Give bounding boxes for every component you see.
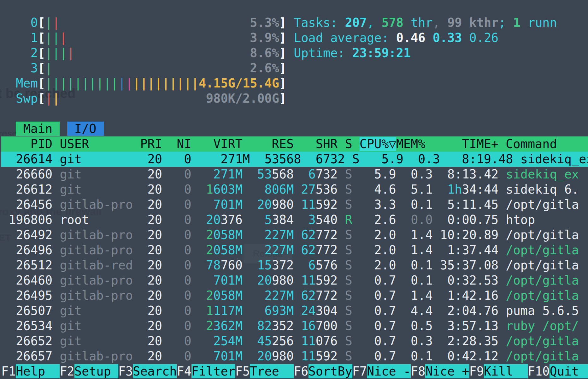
uptime_line: 23:59:21 — [352, 46, 411, 60]
fn-button-help[interactable]: Help — [16, 364, 60, 378]
cell-segment: /opt/gitla — [506, 273, 579, 287]
fn-button-search[interactable]: Search — [133, 364, 177, 378]
fn-button-setup[interactable]: Setup — [74, 364, 118, 378]
fn-button-tree[interactable]: Tree — [250, 364, 294, 378]
cell-segment: 2.0 — [360, 243, 396, 257]
cell-segment — [352, 273, 360, 287]
cell-segment — [191, 273, 214, 287]
cell-segment: 26495 — [1, 288, 60, 303]
text-segment — [286, 31, 294, 45]
cell-segment: R — [345, 213, 352, 227]
fn-key-F2: F2 — [60, 364, 74, 378]
process-row[interactable]: 26456 gitlab-pro 20 0 701M 20980 11592 S… — [1, 197, 588, 212]
cell-segment — [498, 197, 506, 212]
cell-segment: 701M — [213, 273, 243, 287]
cell-segment: sidekiq 6. — [506, 182, 579, 196]
process-row[interactable]: 26612 git 20 0 1603M 806M 27536 S 4.6 5.… — [1, 182, 588, 197]
process-row[interactable]: 26507 git 20 0 1117M 693M 24304 S 0.7 4.… — [1, 303, 588, 318]
cell-segment: 26652 — [1, 334, 60, 348]
cell-segment: 0.1 — [396, 258, 433, 272]
cell-segment — [294, 182, 301, 196]
cell-segment — [191, 334, 214, 348]
process-row[interactable]: 26460 gitlab-pro 20 0 701M 20980 11592 S… — [1, 273, 588, 288]
text-segment — [60, 15, 250, 30]
process-row[interactable]: 196806 root 20 0 20376 5384 3540 R 2.6 0… — [1, 212, 588, 227]
cell-segment: 4.4 — [396, 304, 433, 318]
process-row[interactable]: 26512 gitlab-red 20 0 78760 15372 6576 S… — [1, 258, 588, 273]
table-header[interactable]: PID USER PRI NI VIRT RES SHR S CPU%▽MEM%… — [1, 136, 588, 152]
cell-segment — [352, 304, 360, 318]
process-row[interactable]: 26657 gitlab-pro 20 0 701M 20980 11592 S… — [1, 349, 588, 364]
cell-segment: 227M — [264, 288, 294, 303]
cell-segment — [243, 197, 257, 212]
cell-segment: 760 — [220, 258, 243, 272]
cell-segment — [338, 288, 345, 303]
process-row[interactable]: 26495 gitlab-pro 20 0 2058M 227M 62772 S… — [1, 288, 588, 303]
cell-segment: 0 — [162, 349, 191, 363]
cell-segment — [294, 228, 301, 242]
cell-segment: 3.3 — [360, 197, 396, 212]
memory-meter-bar: ||||||||| — [133, 76, 199, 90]
tab-main[interactable]: Main — [16, 122, 60, 136]
fn-button-sortby[interactable]: SortBy — [309, 364, 352, 378]
process-row[interactable]: 26534 git 20 0 2362M 82352 16700 S 0.7 0… — [1, 318, 588, 334]
meter-open-bracket: [ — [38, 15, 45, 30]
cell-segment: 34:44 — [462, 182, 498, 196]
cell-segment — [338, 304, 345, 318]
terminal: 0[|| 5.3%] Tasks: 207, 578 thr, 99 kthr;… — [1, 0, 588, 379]
cpu-meter-1-bar: | — [45, 31, 52, 45]
cell-segment — [352, 334, 360, 348]
tasks_line: , — [367, 15, 381, 30]
cell-segment: S — [345, 197, 352, 212]
fn-button-nice-[interactable]: Nice - — [367, 364, 411, 378]
cell-segment — [498, 243, 506, 257]
process-row[interactable]: 26652 git 20 0 254M 45256 11076 S 0.7 0.… — [1, 334, 588, 349]
fn-key-F1: F1 — [1, 364, 16, 378]
sort-column-cpu[interactable]: CPU%▽ — [360, 137, 396, 151]
cell-segment: 0 — [162, 182, 191, 196]
cell-segment: 701M — [213, 197, 243, 212]
cell-segment: gitlab-pro — [60, 228, 133, 242]
fn-button-quit[interactable]: Quit — [550, 364, 588, 378]
cell-segment — [191, 228, 206, 242]
tasks_line: 99 kthr — [447, 15, 498, 30]
cell-segment: 700 — [316, 319, 338, 333]
cell-segment: 27 — [301, 182, 315, 196]
process-row[interactable]: 26492 gitlab-pro 20 0 2058M 227M 62772 S… — [1, 227, 588, 243]
cell-segment: 0 — [162, 197, 191, 212]
cell-segment — [294, 213, 308, 227]
cell-segment — [498, 258, 506, 272]
fn-button-kill[interactable]: Kill — [484, 364, 528, 378]
fn-button-nice-[interactable]: Nice + — [425, 364, 469, 378]
cell-segment — [191, 182, 206, 196]
cell-segment: S — [345, 288, 352, 303]
cell-segment: 26657 — [1, 349, 60, 363]
cell-segment — [498, 334, 506, 348]
cell-segment — [352, 228, 360, 242]
tab-io[interactable]: I/O — [67, 122, 104, 136]
cell-segment: /opt/gitla — [506, 197, 579, 212]
cell-segment: 568 — [272, 167, 294, 181]
cell-segment: 11 — [301, 197, 315, 212]
meter-open-bracket: [ — [38, 91, 45, 105]
cell-segment — [294, 273, 301, 287]
cpu-meter-2-bar: | — [67, 46, 74, 60]
fn-button-filter[interactable]: Filter — [191, 364, 235, 378]
process-row-selected[interactable]: 26614 git 20 0 271M 53568 6732 S 5.9 0.3… — [1, 152, 588, 167]
cell-segment: 0 — [162, 258, 191, 272]
cell-segment: 772 — [316, 288, 338, 303]
cell-segment: 20 — [133, 258, 162, 272]
cell-segment — [498, 349, 506, 363]
process-row[interactable]: 26496 gitlab-pro 20 0 2058M 227M 62772 S… — [1, 243, 588, 258]
cell-segment: 732 — [316, 167, 338, 181]
cell-segment: 20 — [133, 349, 162, 363]
cell-segment: 362M — [213, 319, 243, 333]
meter-open-bracket: [ — [38, 61, 45, 75]
cell-segment: 11 — [301, 334, 315, 348]
cell-segment: 576 — [316, 258, 338, 272]
process-row[interactable]: 26660 git 20 0 271M 53568 6732 S 5.9 0.3… — [1, 167, 588, 182]
cell-segment: 62 — [301, 288, 315, 303]
table-header-text[interactable]: MEM% TIME+ Command — [396, 137, 588, 151]
cell-segment: 20 — [133, 243, 162, 257]
table-header-text[interactable]: PID USER PRI NI VIRT RES SHR S — [1, 137, 360, 151]
